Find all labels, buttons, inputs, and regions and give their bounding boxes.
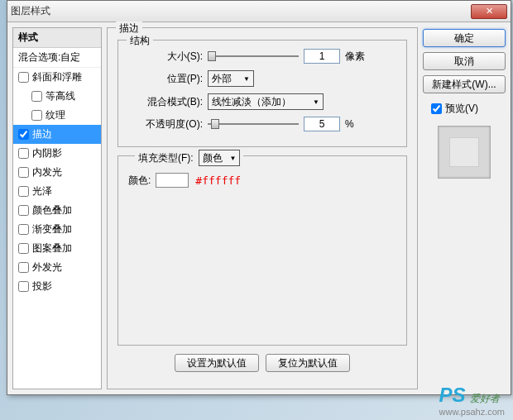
preview-checkbox[interactable]: 预览(V)	[431, 102, 506, 116]
style-item-2[interactable]: 纹理	[13, 106, 101, 125]
watermark: PS 爱好者 www.psahz.com	[439, 384, 505, 417]
action-panel: 确定 取消 新建样式(W)... 预览(V)	[423, 27, 506, 389]
new-style-button[interactable]: 新建样式(W)...	[423, 75, 506, 93]
blend-row: 混合模式(B): 线性减淡（添加）	[128, 93, 396, 110]
style-item-label: 斜面和浮雕	[32, 70, 82, 84]
fill-type-dropdown[interactable]: 颜色	[199, 150, 240, 166]
position-label: 位置(P):	[128, 72, 203, 86]
preview-box	[438, 126, 491, 179]
blend-label: 混合模式(B):	[128, 95, 203, 109]
preview-inner	[449, 137, 479, 167]
style-item-5[interactable]: 内发光	[13, 163, 101, 182]
style-checkbox[interactable]	[18, 148, 29, 159]
layer-style-dialog: 图层样式 ✕ 样式 混合选项:自定 斜面和浮雕等高线纹理描边内阴影内发光光泽颜色…	[7, 0, 511, 395]
style-item-11[interactable]: 投影	[13, 277, 101, 296]
style-item-label: 纹理	[46, 108, 65, 122]
style-checkbox[interactable]	[31, 91, 42, 102]
style-checkbox[interactable]	[18, 205, 29, 216]
style-item-10[interactable]: 外发光	[13, 258, 101, 277]
style-checkbox[interactable]	[18, 281, 29, 292]
style-list: 斜面和浮雕等高线纹理描边内阴影内发光光泽颜色叠加渐变叠加图案叠加外发光投影	[13, 68, 101, 296]
size-slider[interactable]	[208, 49, 299, 64]
settings-panel: 描边 结构 大小(S): 像素 位置(P): 外部	[107, 27, 418, 389]
style-item-4[interactable]: 内阴影	[13, 144, 101, 163]
opacity-row: 不透明度(O): %	[128, 117, 396, 131]
stroke-group: 描边 结构 大小(S): 像素 位置(P): 外部	[107, 27, 418, 389]
style-item-label: 渐变叠加	[32, 222, 72, 236]
close-button[interactable]: ✕	[471, 4, 507, 19]
style-checkbox[interactable]	[18, 167, 29, 178]
size-label: 大小(S):	[128, 50, 203, 64]
style-item-3[interactable]: 描边	[13, 125, 101, 144]
style-item-label: 描边	[32, 127, 52, 141]
style-item-label: 投影	[32, 279, 52, 294]
dialog-title: 图层样式	[11, 4, 471, 18]
size-unit: 像素	[345, 50, 365, 64]
blend-dropdown[interactable]: 线性减淡（添加）	[208, 93, 324, 110]
style-item-9[interactable]: 图案叠加	[13, 239, 101, 258]
position-row: 位置(P): 外部	[128, 70, 396, 87]
opacity-input[interactable]	[304, 117, 340, 131]
ok-button[interactable]: 确定	[423, 29, 506, 47]
titlebar[interactable]: 图层样式 ✕	[7, 1, 511, 22]
default-buttons: 设置为默认值 复位为默认值	[117, 354, 407, 372]
set-default-button[interactable]: 设置为默认值	[175, 354, 259, 372]
preview-checkbox-input[interactable]	[431, 103, 442, 114]
size-row: 大小(S): 像素	[128, 49, 396, 64]
cancel-button[interactable]: 取消	[423, 52, 506, 70]
reset-default-button[interactable]: 复位为默认值	[266, 354, 350, 372]
opacity-unit: %	[345, 118, 354, 130]
style-item-1[interactable]: 等高线	[13, 87, 101, 106]
style-item-label: 光泽	[32, 184, 52, 198]
color-row: 颜色: #ffffff	[128, 173, 396, 188]
structure-group: 结构 大小(S): 像素 位置(P): 外部 混合模式(	[117, 40, 407, 147]
style-item-8[interactable]: 渐变叠加	[13, 220, 101, 239]
color-swatch[interactable]	[156, 173, 189, 188]
style-checkbox[interactable]	[18, 129, 29, 140]
size-input[interactable]	[304, 49, 340, 64]
structure-title: 结构	[127, 34, 153, 48]
style-item-label: 内发光	[32, 165, 62, 179]
styles-header: 样式	[13, 28, 101, 48]
fill-group: 填充类型(F): 颜色 颜色: #ffffff	[117, 155, 407, 346]
position-dropdown[interactable]: 外部	[208, 70, 254, 87]
opacity-label: 不透明度(O):	[128, 117, 203, 131]
style-checkbox[interactable]	[18, 262, 29, 273]
style-item-6[interactable]: 光泽	[13, 182, 101, 201]
style-checkbox[interactable]	[18, 186, 29, 197]
blend-options-label[interactable]: 混合选项:自定	[13, 48, 101, 68]
style-checkbox[interactable]	[18, 243, 29, 254]
style-item-label: 外发光	[32, 260, 62, 274]
opacity-slider[interactable]	[208, 117, 299, 131]
style-item-label: 图案叠加	[32, 241, 72, 255]
style-item-label: 颜色叠加	[32, 203, 72, 217]
style-checkbox[interactable]	[31, 110, 42, 121]
dialog-content: 样式 混合选项:自定 斜面和浮雕等高线纹理描边内阴影内发光光泽颜色叠加渐变叠加图…	[7, 22, 511, 394]
style-checkbox[interactable]	[18, 224, 29, 235]
style-item-label: 等高线	[46, 89, 75, 103]
style-item-label: 内阴影	[32, 146, 62, 160]
color-label: 颜色:	[128, 174, 151, 188]
color-hex: #ffffff	[195, 174, 241, 187]
styles-panel: 样式 混合选项:自定 斜面和浮雕等高线纹理描边内阴影内发光光泽颜色叠加渐变叠加图…	[12, 27, 102, 389]
style-item-0[interactable]: 斜面和浮雕	[13, 68, 101, 87]
style-item-7[interactable]: 颜色叠加	[13, 201, 101, 220]
fill-type-legend: 填充类型(F): 颜色	[135, 150, 243, 166]
style-checkbox[interactable]	[18, 72, 29, 83]
